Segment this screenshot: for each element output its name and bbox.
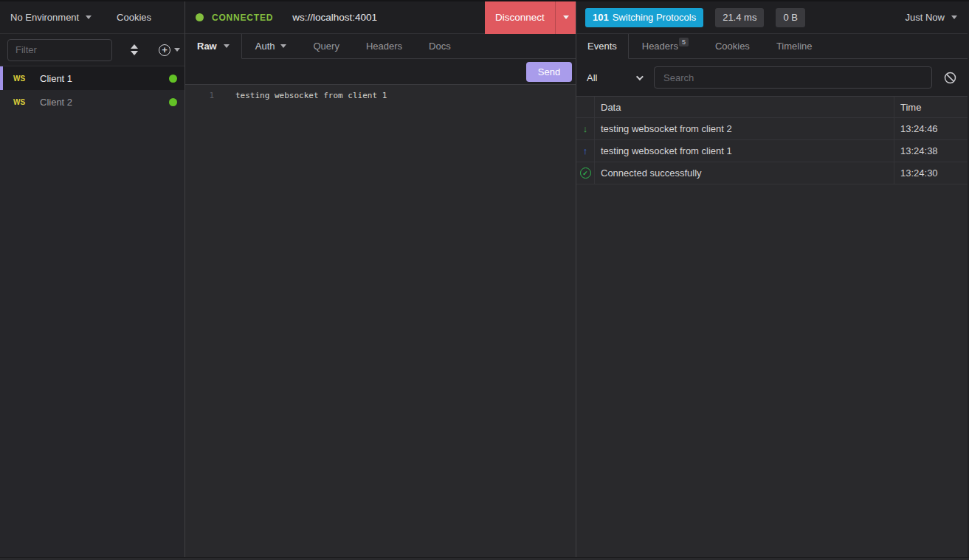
- request-tab-row: Raw Auth Query Headers Docs: [185, 34, 576, 59]
- response-size-badge: 0 B: [776, 8, 805, 27]
- tab-auth[interactable]: Auth: [242, 34, 300, 59]
- request-item-client-1[interactable]: WS Client 1: [0, 66, 185, 90]
- event-data-cell[interactable]: testing websocket from client 2: [594, 118, 894, 140]
- events-header-time: Time: [894, 97, 968, 118]
- websocket-method-tag: WS: [13, 75, 30, 83]
- ban-icon: [944, 72, 956, 84]
- websocket-method-tag: WS: [13, 98, 30, 106]
- environment-label: No Environment: [10, 12, 79, 23]
- tab-response-headers[interactable]: Headers 5: [629, 34, 702, 59]
- event-direction-cell: ↑: [576, 140, 594, 162]
- window-bottom-edge: [0, 557, 969, 560]
- add-request-button[interactable]: +: [159, 44, 180, 56]
- tab-row-filler: [464, 34, 576, 59]
- sidebar: No Environment Cookies +: [0, 1, 185, 557]
- tab-timeline[interactable]: Timeline: [763, 34, 826, 59]
- event-type-select[interactable]: All: [587, 72, 641, 83]
- sidebar-filter-bar: +: [0, 34, 185, 66]
- headers-count-badge: 5: [679, 38, 689, 46]
- request-name: Client 1: [40, 73, 72, 84]
- tab-label: Docs: [429, 41, 451, 52]
- chevron-down-icon: [280, 44, 286, 48]
- disconnect-split-button: Disconnect: [485, 1, 576, 34]
- request-list: WS Client 1 WS Client 2: [0, 66, 185, 557]
- chevron-down-icon: [86, 15, 92, 19]
- chevron-down-icon: [636, 73, 644, 80]
- tab-label: Headers: [366, 41, 402, 52]
- event-time-cell: 13:24:30: [894, 162, 968, 184]
- main-panels: No Environment Cookies +: [0, 1, 969, 557]
- response-time-badge: 21.4 ms: [715, 8, 764, 27]
- message-editor[interactable]: 1 testing websocket from client 1: [185, 84, 576, 557]
- websocket-url[interactable]: ws://localhost:4001: [292, 12, 377, 23]
- disconnect-options-button[interactable]: [555, 1, 576, 34]
- tab-row-filler: [826, 34, 968, 59]
- event-type-value: All: [587, 72, 597, 83]
- environment-selector[interactable]: No Environment: [10, 12, 92, 23]
- arrow-down-icon: ↓: [583, 123, 588, 134]
- events-table: Data Time ↓ testing websocket from clien…: [576, 96, 968, 184]
- events-empty-area: [576, 184, 968, 557]
- url-bar: CONNECTED ws://localhost:4001 Disconnect: [185, 1, 576, 34]
- event-data-cell[interactable]: testing websocket from client 1: [594, 140, 894, 162]
- sort-down-icon: [131, 51, 138, 55]
- connection-status-dot-icon: [196, 13, 204, 21]
- events-filter-bar: All: [576, 59, 968, 96]
- history-label: Just Now: [906, 12, 945, 23]
- request-name: Client 2: [40, 97, 72, 108]
- send-row: Send: [185, 59, 576, 84]
- event-time-cell: 13:24:38: [894, 140, 968, 162]
- request-pane: CONNECTED ws://localhost:4001 Disconnect…: [185, 1, 576, 557]
- response-pane: 101 Switching Protocols 21.4 ms 0 B Just…: [576, 1, 968, 557]
- chevron-down-icon: [224, 44, 230, 48]
- tab-headers[interactable]: Headers: [353, 34, 415, 59]
- connected-dot-icon: [169, 75, 177, 83]
- disconnect-button[interactable]: Disconnect: [485, 1, 555, 34]
- event-direction-cell: ↓: [576, 118, 594, 140]
- chevron-down-icon: [563, 15, 569, 19]
- editor-line-number: 1: [185, 91, 214, 100]
- environment-bar: No Environment Cookies: [0, 1, 185, 34]
- tab-label: Auth: [255, 41, 275, 52]
- tab-label: Events: [587, 41, 617, 52]
- tab-label: Query: [313, 41, 339, 52]
- send-button[interactable]: Send: [526, 62, 572, 82]
- events-header-icon-column: [576, 97, 594, 118]
- tab-label: Cookies: [715, 41, 750, 52]
- app-window: No Environment Cookies +: [0, 0, 969, 560]
- tab-label: Timeline: [776, 41, 813, 52]
- cookies-link[interactable]: Cookies: [117, 12, 151, 23]
- plus-circle-icon: +: [159, 44, 170, 56]
- request-item-client-2[interactable]: WS Client 2: [0, 90, 185, 114]
- chevron-down-icon: [174, 48, 180, 52]
- event-data-cell[interactable]: Connected successfully: [594, 162, 894, 184]
- status-text: Switching Protocols: [613, 12, 696, 23]
- tab-label: Raw: [197, 41, 217, 52]
- response-tab-row: Events Headers 5 Cookies Timeline: [576, 34, 968, 59]
- editor-content[interactable]: testing websocket from client 1: [235, 91, 387, 100]
- event-direction-cell: ✓: [576, 162, 594, 184]
- check-glyph: ✓: [582, 170, 588, 177]
- tab-query[interactable]: Query: [300, 34, 352, 59]
- sidebar-filter-input[interactable]: [7, 39, 112, 61]
- sort-icon[interactable]: [128, 41, 141, 58]
- tab-docs[interactable]: Docs: [415, 34, 464, 59]
- response-status-bar: 101 Switching Protocols 21.4 ms 0 B Just…: [576, 1, 968, 34]
- clear-events-button[interactable]: [944, 72, 956, 84]
- connected-dot-icon: [169, 98, 177, 106]
- tab-events[interactable]: Events: [576, 34, 629, 59]
- status-code: 101: [593, 12, 609, 23]
- check-circle-icon: ✓: [580, 167, 591, 179]
- event-time-cell: 13:24:46: [894, 118, 968, 140]
- events-search-input[interactable]: [654, 66, 932, 89]
- chevron-down-icon: [951, 15, 957, 19]
- tab-label: Headers: [642, 41, 678, 52]
- connection-status-label: CONNECTED: [212, 13, 273, 23]
- arrow-up-icon: ↑: [583, 145, 588, 156]
- response-history-dropdown[interactable]: Just Now: [906, 12, 957, 23]
- events-header-data: Data: [594, 97, 894, 118]
- plus-glyph: +: [162, 45, 168, 55]
- tab-body-type-raw[interactable]: Raw: [185, 34, 242, 59]
- tab-response-cookies[interactable]: Cookies: [702, 34, 763, 59]
- status-code-badge: 101 Switching Protocols: [585, 8, 703, 27]
